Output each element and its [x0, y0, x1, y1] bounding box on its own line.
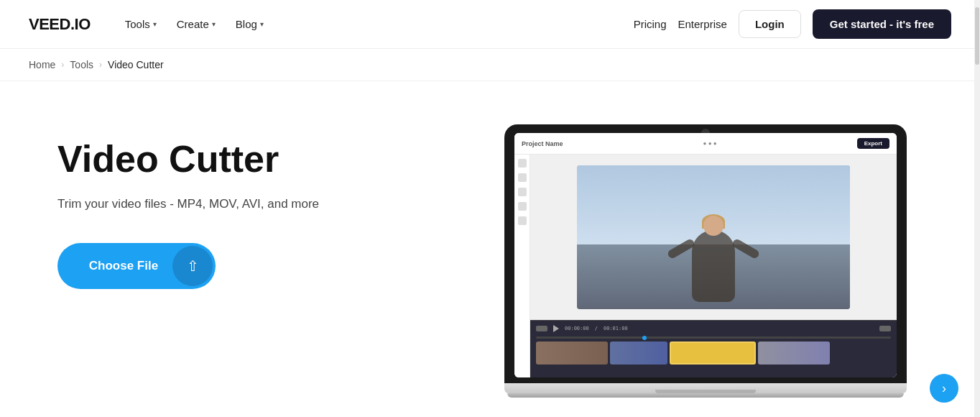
hero-left: Video Cutter Trim your video files - MP4… [57, 124, 431, 289]
laptop-foot [507, 393, 904, 398]
editor-sidebar-icon-1 [518, 159, 527, 168]
upload-icon: ⇧ [187, 257, 199, 275]
figure-head [703, 216, 724, 236]
editor-project-name: Project Name [522, 140, 563, 147]
editor-main: 00:00:00 / 00:01:00 [530, 155, 897, 377]
laptop-illustration: Project Name ● ● ● Export [460, 124, 951, 398]
page-subtitle: Trim your video files - MP4, MOV, AVI, a… [57, 197, 431, 211]
breadcrumb: Home › Tools › Video Cutter [0, 49, 980, 81]
nav-enterprise[interactable]: Enterprise [678, 18, 727, 30]
blog-chevron-icon: ▾ [260, 20, 264, 28]
tl-rewind-icon[interactable] [536, 326, 547, 331]
nav-create[interactable]: Create ▾ [168, 12, 224, 36]
tl-time-current: 00:00:00 [565, 326, 589, 331]
logo[interactable]: VEED.IO [29, 15, 91, 34]
nav-tools[interactable]: Tools ▾ [116, 12, 165, 36]
editor-body: 00:00:00 / 00:01:00 [514, 155, 897, 377]
tl-track-2 [610, 342, 667, 365]
choose-file-label: Choose File [57, 259, 170, 273]
tl-time-total: 00:01:00 [604, 326, 628, 331]
editor-video-area [530, 155, 897, 320]
scroll-down-button[interactable]: › [930, 374, 958, 403]
tl-track-3-selected[interactable] [670, 342, 756, 365]
chevron-down-icon: › [942, 381, 946, 396]
timeline-controls: 00:00:00 / 00:01:00 [536, 325, 891, 332]
choose-file-button[interactable]: Choose File ⇧ [57, 243, 216, 289]
nav-blog[interactable]: Blog ▾ [227, 12, 272, 36]
nav-tools-label: Tools [125, 18, 150, 30]
breadcrumb-current: Video Cutter [108, 59, 164, 70]
breadcrumb-sep-1: › [61, 60, 64, 70]
editor-sidebar-icon-4 [518, 202, 527, 211]
create-chevron-icon: ▾ [212, 20, 216, 28]
upload-icon-circle: ⇧ [172, 246, 213, 286]
navbar: VEED.IO Tools ▾ Create ▾ Blog ▾ Pricing … [0, 0, 980, 49]
editor-topbar-center: ● ● ● [703, 140, 717, 147]
scrollbar-thumb [975, 7, 979, 65]
login-button[interactable]: Login [739, 10, 801, 38]
editor-export-button[interactable]: Export [857, 138, 889, 149]
breadcrumb-home[interactable]: Home [29, 59, 55, 70]
tl-vol-icon[interactable] [879, 326, 891, 331]
page-title: Video Cutter [57, 139, 431, 180]
laptop-screen: Project Name ● ● ● Export [514, 133, 897, 377]
breadcrumb-tools[interactable]: Tools [70, 59, 93, 70]
laptop: Project Name ● ● ● Export [504, 124, 907, 398]
nav-links: Tools ▾ Create ▾ Blog ▾ [116, 12, 634, 36]
scrollbar[interactable] [974, 0, 980, 417]
editor-video-preview [577, 165, 850, 309]
nav-pricing[interactable]: Pricing [634, 18, 667, 30]
editor-sidebar [514, 155, 530, 377]
editor-sidebar-icon-2 [518, 173, 527, 182]
tl-scrubber[interactable] [536, 336, 891, 339]
editor-timeline: 00:00:00 / 00:01:00 [530, 320, 897, 377]
breadcrumb-sep-2: › [99, 60, 102, 70]
nav-right: Pricing Enterprise Login Get started - i… [634, 9, 951, 39]
tools-chevron-icon: ▾ [153, 20, 157, 28]
person-figure [692, 230, 735, 302]
get-started-button[interactable]: Get started - it's free [813, 9, 951, 39]
tl-scrubber-head [642, 336, 647, 340]
main-content: Video Cutter Trim your video files - MP4… [0, 81, 980, 416]
tl-tracks [536, 342, 891, 365]
tl-track-4 [758, 342, 830, 365]
nav-create-label: Create [177, 18, 209, 30]
editor-ui: Project Name ● ● ● Export [514, 133, 897, 377]
editor-sidebar-icon-3 [518, 188, 527, 196]
laptop-screen-outer: Project Name ● ● ● Export [504, 124, 907, 383]
laptop-base [504, 383, 907, 393]
nav-blog-label: Blog [236, 18, 257, 30]
editor-sidebar-icon-5 [518, 216, 527, 225]
tl-time-sep: / [595, 326, 598, 331]
editor-topbar: Project Name ● ● ● Export [514, 133, 897, 155]
tl-play-icon[interactable] [553, 325, 559, 332]
tl-track-1 [536, 342, 608, 365]
figure-body [692, 230, 735, 302]
